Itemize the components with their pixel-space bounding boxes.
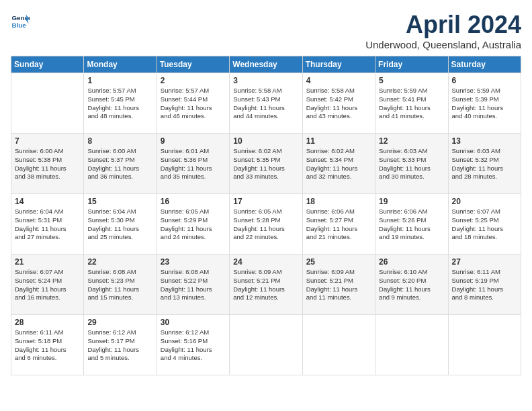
calendar-week-row: 7Sunrise: 6:00 AM Sunset: 5:38 PM Daylig… [11, 134, 521, 194]
day-number: 3 [233, 76, 298, 85]
calendar-cell: 16Sunrise: 6:05 AM Sunset: 5:29 PM Dayli… [157, 194, 229, 255]
calendar-cell [230, 315, 302, 375]
day-number: 10 [233, 136, 298, 146]
calendar-cell: 23Sunrise: 6:08 AM Sunset: 5:22 PM Dayli… [157, 255, 229, 315]
day-number: 8 [87, 136, 152, 146]
calendar-cell: 13Sunrise: 6:03 AM Sunset: 5:32 PM Dayli… [448, 134, 521, 194]
title-area: April 2024 Underwood, Queensland, Austra… [365, 11, 521, 50]
month-title: April 2024 [365, 11, 521, 39]
day-number: 6 [452, 76, 517, 85]
day-number: 13 [452, 136, 517, 146]
day-number: 12 [379, 136, 444, 146]
day-number: 30 [161, 318, 226, 327]
calendar-table: SundayMondayTuesdayWednesdayThursdayFrid… [11, 56, 521, 375]
calendar-cell: 27Sunrise: 6:11 AM Sunset: 5:19 PM Dayli… [448, 255, 521, 315]
calendar-body: 1Sunrise: 5:57 AM Sunset: 5:45 PM Daylig… [11, 73, 521, 375]
logo-icon: General Blue [11, 11, 30, 30]
calendar-week-row: 1Sunrise: 5:57 AM Sunset: 5:45 PM Daylig… [11, 73, 521, 134]
cell-info: Sunrise: 5:59 AM Sunset: 5:41 PM Dayligh… [379, 87, 444, 121]
day-number: 7 [15, 136, 80, 146]
day-number: 5 [379, 76, 444, 85]
cell-info: Sunrise: 6:02 AM Sunset: 5:34 PM Dayligh… [306, 147, 371, 181]
cell-info: Sunrise: 6:09 AM Sunset: 5:21 PM Dayligh… [233, 268, 298, 302]
location-title: Underwood, Queensland, Australia [365, 39, 521, 50]
calendar-cell: 17Sunrise: 6:05 AM Sunset: 5:28 PM Dayli… [230, 194, 302, 255]
day-number: 11 [306, 136, 371, 146]
calendar-cell: 25Sunrise: 6:09 AM Sunset: 5:21 PM Dayli… [302, 255, 375, 315]
calendar-week-row: 14Sunrise: 6:04 AM Sunset: 5:31 PM Dayli… [11, 194, 521, 255]
cell-info: Sunrise: 6:06 AM Sunset: 5:26 PM Dayligh… [379, 208, 444, 242]
cell-info: Sunrise: 6:08 AM Sunset: 5:23 PM Dayligh… [87, 268, 152, 302]
day-number: 21 [15, 257, 80, 267]
day-number: 27 [452, 257, 517, 267]
calendar-cell: 2Sunrise: 5:57 AM Sunset: 5:44 PM Daylig… [157, 73, 229, 134]
svg-text:Blue: Blue [11, 21, 26, 29]
calendar-cell: 12Sunrise: 6:03 AM Sunset: 5:33 PM Dayli… [375, 134, 448, 194]
cell-info: Sunrise: 6:05 AM Sunset: 5:29 PM Dayligh… [161, 208, 226, 242]
cell-info: Sunrise: 6:11 AM Sunset: 5:18 PM Dayligh… [15, 328, 80, 363]
cell-info: Sunrise: 6:04 AM Sunset: 5:30 PM Dayligh… [87, 208, 152, 242]
day-number: 23 [161, 257, 226, 267]
cell-info: Sunrise: 6:00 AM Sunset: 5:38 PM Dayligh… [15, 147, 80, 181]
day-number: 29 [87, 318, 152, 327]
cell-info: Sunrise: 5:59 AM Sunset: 5:39 PM Dayligh… [452, 87, 517, 121]
calendar-cell: 9Sunrise: 6:01 AM Sunset: 5:36 PM Daylig… [157, 134, 229, 194]
calendar-cell [375, 315, 448, 375]
day-number: 24 [233, 257, 298, 267]
weekday-header: Friday [375, 56, 448, 73]
cell-info: Sunrise: 6:03 AM Sunset: 5:33 PM Dayligh… [379, 147, 444, 181]
weekday-header: Wednesday [230, 56, 302, 73]
page-header: General Blue April 2024 Underwood, Queen… [11, 11, 521, 50]
cell-info: Sunrise: 6:08 AM Sunset: 5:22 PM Dayligh… [161, 268, 226, 302]
calendar-cell: 5Sunrise: 5:59 AM Sunset: 5:41 PM Daylig… [375, 73, 448, 134]
day-number: 14 [15, 197, 80, 206]
calendar-cell: 11Sunrise: 6:02 AM Sunset: 5:34 PM Dayli… [302, 134, 375, 194]
cell-info: Sunrise: 6:07 AM Sunset: 5:25 PM Dayligh… [452, 208, 517, 242]
cell-info: Sunrise: 6:02 AM Sunset: 5:35 PM Dayligh… [233, 147, 298, 181]
calendar-cell: 10Sunrise: 6:02 AM Sunset: 5:35 PM Dayli… [230, 134, 302, 194]
calendar-cell: 28Sunrise: 6:11 AM Sunset: 5:18 PM Dayli… [11, 315, 84, 375]
calendar-cell: 30Sunrise: 6:12 AM Sunset: 5:16 PM Dayli… [157, 315, 229, 375]
calendar-cell: 1Sunrise: 5:57 AM Sunset: 5:45 PM Daylig… [84, 73, 157, 134]
calendar-cell: 4Sunrise: 5:58 AM Sunset: 5:42 PM Daylig… [302, 73, 375, 134]
weekday-header: Tuesday [157, 56, 229, 73]
cell-info: Sunrise: 5:57 AM Sunset: 5:45 PM Dayligh… [87, 87, 152, 121]
weekday-header: Sunday [11, 56, 84, 73]
day-number: 9 [161, 136, 226, 146]
calendar-cell: 20Sunrise: 6:07 AM Sunset: 5:25 PM Dayli… [448, 194, 521, 255]
day-number: 17 [233, 197, 298, 206]
day-number: 25 [306, 257, 371, 267]
day-number: 4 [306, 76, 371, 85]
weekday-header-row: SundayMondayTuesdayWednesdayThursdayFrid… [11, 56, 521, 73]
cell-info: Sunrise: 6:12 AM Sunset: 5:17 PM Dayligh… [87, 328, 152, 363]
day-number: 28 [15, 318, 80, 327]
day-number: 1 [87, 76, 152, 85]
calendar-cell: 7Sunrise: 6:00 AM Sunset: 5:38 PM Daylig… [11, 134, 84, 194]
day-number: 18 [306, 197, 371, 206]
cell-info: Sunrise: 5:57 AM Sunset: 5:44 PM Dayligh… [161, 87, 226, 121]
cell-info: Sunrise: 6:04 AM Sunset: 5:31 PM Dayligh… [15, 208, 80, 242]
weekday-header: Monday [84, 56, 157, 73]
calendar-cell: 3Sunrise: 5:58 AM Sunset: 5:43 PM Daylig… [230, 73, 302, 134]
calendar-cell: 21Sunrise: 6:07 AM Sunset: 5:24 PM Dayli… [11, 255, 84, 315]
day-number: 20 [452, 197, 517, 206]
day-number: 2 [161, 76, 226, 85]
cell-info: Sunrise: 6:01 AM Sunset: 5:36 PM Dayligh… [161, 147, 226, 181]
calendar-week-row: 21Sunrise: 6:07 AM Sunset: 5:24 PM Dayli… [11, 255, 521, 315]
weekday-header: Thursday [302, 56, 375, 73]
calendar-cell: 22Sunrise: 6:08 AM Sunset: 5:23 PM Dayli… [84, 255, 157, 315]
calendar-cell [11, 73, 84, 134]
cell-info: Sunrise: 6:07 AM Sunset: 5:24 PM Dayligh… [15, 268, 80, 302]
cell-info: Sunrise: 6:11 AM Sunset: 5:19 PM Dayligh… [452, 268, 517, 302]
calendar-cell: 6Sunrise: 5:59 AM Sunset: 5:39 PM Daylig… [448, 73, 521, 134]
cell-info: Sunrise: 6:05 AM Sunset: 5:28 PM Dayligh… [233, 208, 298, 242]
calendar-cell: 24Sunrise: 6:09 AM Sunset: 5:21 PM Dayli… [230, 255, 302, 315]
logo: General Blue [11, 11, 30, 30]
day-number: 15 [87, 197, 152, 206]
day-number: 22 [87, 257, 152, 267]
calendar-cell: 8Sunrise: 6:00 AM Sunset: 5:37 PM Daylig… [84, 134, 157, 194]
calendar-cell: 18Sunrise: 6:06 AM Sunset: 5:27 PM Dayli… [302, 194, 375, 255]
calendar-cell [302, 315, 375, 375]
cell-info: Sunrise: 6:12 AM Sunset: 5:16 PM Dayligh… [161, 328, 226, 363]
cell-info: Sunrise: 6:10 AM Sunset: 5:20 PM Dayligh… [379, 268, 444, 302]
